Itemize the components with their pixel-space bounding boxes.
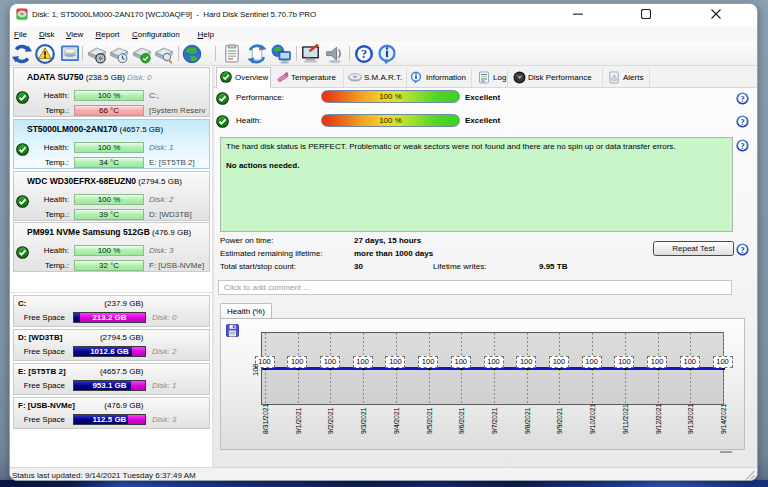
svg-text:?: ? (360, 46, 367, 61)
svg-text:?: ? (740, 117, 744, 127)
svg-text:?: ? (740, 245, 744, 255)
svg-text:?: ? (740, 93, 744, 103)
svg-text:?: ? (740, 141, 744, 151)
